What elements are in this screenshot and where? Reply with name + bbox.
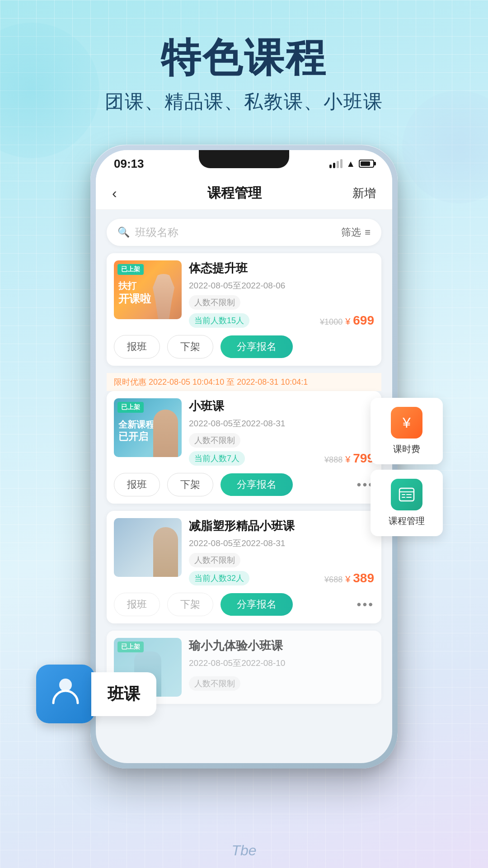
enroll-button-1[interactable]: 报班 (114, 335, 160, 359)
app-bar: ‹ 课程管理 新增 (96, 177, 392, 210)
header-section: 特色课程 团课、精品课、私教课、小班课 (0, 0, 488, 114)
signal-icon (329, 159, 343, 168)
phone-mockup: 09:13 ▲ ‹ (90, 145, 398, 769)
course-card-3: 减脂塑形精品小班课 2022-08-05至2022-08-31 人数不限制 当前… (107, 511, 381, 623)
card-info-1: 体态提升班 2022-08-05至2022-08-06 人数不限制 当前人数15… (189, 260, 374, 328)
attendee-badge-3: 当前人数32人 (189, 571, 249, 585)
course-date-2: 2022-08-05至2022-08-31 (189, 418, 374, 429)
card-bottom-1: 人数不限制 (189, 295, 374, 310)
back-button[interactable]: ‹ (112, 185, 117, 202)
card-info-2: 小班课 2022-08-05至2022-08-31 人数不限制 当前人数7人 ¥… (189, 398, 374, 466)
card-info-4: 瑜小九体验小班课 2022-08-05至2022-08-10 人数不限制 (189, 638, 374, 697)
share-button-2[interactable]: 分享报名 (221, 473, 293, 496)
course-mgmt-label: 课程管理 (378, 515, 436, 527)
card-info-3: 减脂塑形精品小班课 2022-08-05至2022-08-31 人数不限制 当前… (189, 518, 374, 585)
promo-bar-2: 限时优惠 2022-08-05 10:04:10 至 2022-08-31 10… (107, 373, 381, 391)
share-button-3[interactable]: 分享报名 (221, 593, 293, 616)
course-card-1: 已上架 扶打 开课啦 体态提升班 2022-08-05至2022-08-06 (107, 253, 381, 366)
price-row-3: ¥688 ¥ 389 (324, 571, 374, 585)
lesson-fee-label: 课时费 (378, 443, 436, 455)
search-bar[interactable]: 🔍 班级名称 筛选 ≡ (107, 219, 381, 246)
battery-icon (359, 160, 374, 168)
status-time: 09:13 (114, 157, 144, 171)
header-title: 特色课程 (0, 36, 488, 80)
course-date-4: 2022-08-05至2022-08-10 (189, 657, 374, 669)
search-icon: 🔍 (117, 226, 130, 238)
shelve-button-2[interactable]: 下架 (167, 473, 213, 496)
filter-label[interactable]: 筛选 (341, 226, 361, 239)
status-bar: 09:13 ▲ (96, 150, 392, 177)
price-original-3: ¥688 (324, 575, 343, 585)
svg-point-6 (59, 679, 72, 691)
price-original-1: ¥1000 (320, 317, 343, 327)
course-image-1: 已上架 扶打 开课啦 (114, 260, 182, 319)
attendee-badge-1: 当前人数15人 (189, 313, 249, 328)
price-original-2: ¥888 (324, 455, 343, 465)
price-current-1: 699 (353, 313, 374, 328)
header-subtitle: 团课、精品课、私教课、小班课 (0, 89, 488, 114)
card-main-1: 已上架 扶打 开课啦 体态提升班 2022-08-05至2022-08-06 (107, 253, 381, 335)
no-limit-badge-2: 人数不限制 (189, 433, 240, 448)
course-title-1: 体态提升班 (189, 260, 374, 276)
float-card-lesson-fee[interactable]: ¥ 课时费 (371, 398, 443, 464)
enroll-button-2[interactable]: 报班 (114, 473, 160, 496)
card-bottom-3: 人数不限制 (189, 553, 374, 567)
status-badge-2: 已上架 (117, 402, 144, 413)
card-actions-3: 报班 下架 分享报名 ••• (107, 593, 381, 623)
course-title-4: 瑜小九体验小班课 (189, 638, 374, 654)
course-card-2: 已上架 全新课程 已开启 小班课 2022-08-05至2022-08-31 (107, 391, 381, 504)
enroll-button-3[interactable]: 报班 (114, 593, 160, 616)
card-actions-1: 报班 下架 分享报名 (107, 335, 381, 366)
notch (199, 150, 289, 168)
course-image-3 (114, 518, 182, 577)
card-main-3: 减脂塑形精品小班课 2022-08-05至2022-08-31 人数不限制 当前… (107, 511, 381, 593)
price-symbol-2: ¥ (345, 454, 350, 465)
price-current-3: 389 (353, 571, 374, 585)
price-row-1: ¥1000 ¥ 699 (320, 313, 374, 328)
avatar-button[interactable] (36, 665, 95, 723)
lesson-fee-icon: ¥ (391, 407, 422, 439)
card-bottom-2: 人数不限制 (189, 433, 374, 448)
search-input[interactable]: 班级名称 (135, 225, 341, 240)
tbe-watermark: Tbe (231, 842, 256, 859)
course-title-3: 减脂塑形精品小班课 (189, 518, 374, 534)
no-limit-badge-3: 人数不限制 (189, 553, 240, 567)
class-label: 班课 (91, 672, 156, 716)
no-limit-badge-4: 人数不限制 (189, 676, 240, 691)
price-row-2: ¥888 ¥ 799 (324, 451, 374, 466)
card-actions-2: 报班 下架 分享报名 ••• (107, 473, 381, 504)
price-symbol-3: ¥ (345, 574, 350, 585)
status-badge-4: 已上架 (117, 642, 144, 652)
price-symbol-1: ¥ (345, 316, 350, 327)
no-limit-badge-1: 人数不限制 (189, 295, 240, 310)
card-main-2: 已上架 全新课程 已开启 小班课 2022-08-05至2022-08-31 (107, 391, 381, 473)
course-mgmt-icon (391, 479, 422, 510)
course-title-2: 小班课 (189, 398, 374, 414)
status-badge-1: 已上架 (117, 264, 144, 275)
shelve-button-3[interactable]: 下架 (167, 593, 213, 616)
person-icon (50, 675, 81, 713)
new-course-button[interactable]: 新增 (352, 185, 376, 201)
wifi-icon: ▲ (346, 159, 355, 169)
attendee-badge-2: 当前人数7人 (189, 451, 245, 466)
shelve-button-1[interactable]: 下架 (167, 335, 213, 359)
share-button-1[interactable]: 分享报名 (221, 335, 293, 358)
status-icons: ▲ (329, 159, 374, 169)
filter-icon[interactable]: ≡ (365, 226, 371, 238)
course-date-3: 2022-08-05至2022-08-31 (189, 538, 374, 549)
floating-menu: ¥ 课时费 课程管理 (371, 398, 443, 542)
course-date-1: 2022-08-05至2022-08-06 (189, 280, 374, 292)
page-title: 课程管理 (207, 184, 262, 203)
float-card-course-mgmt[interactable]: 课程管理 (371, 470, 443, 536)
course-image-2: 已上架 全新课程 已开启 (114, 398, 182, 457)
bottom-float-class[interactable]: 班课 (36, 665, 156, 723)
more-button-3[interactable]: ••• (357, 597, 374, 612)
